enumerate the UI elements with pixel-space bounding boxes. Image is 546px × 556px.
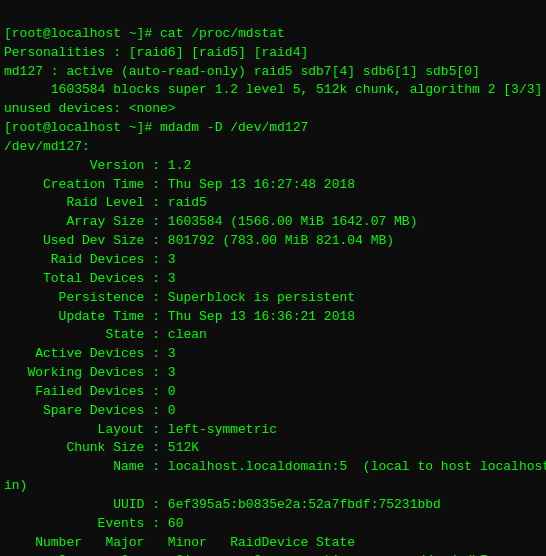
terminal-line: Total Devices : 3	[4, 270, 542, 289]
terminal-line: Active Devices : 3	[4, 345, 542, 364]
terminal-line: Raid Level : raid5	[4, 194, 542, 213]
terminal-line: Creation Time : Thu Sep 13 16:27:48 2018	[4, 176, 542, 195]
terminal-line: /dev/md127:	[4, 138, 542, 157]
terminal-line: Used Dev Size : 801792 (783.00 MiB 821.0…	[4, 232, 542, 251]
terminal-line: Personalities : [raid6] [raid5] [raid4]	[4, 44, 542, 63]
terminal-line: UUID : 6ef395a5:b0835e2a:52a7fbdf:75231b…	[4, 496, 542, 515]
terminal-line: Working Devices : 3	[4, 364, 542, 383]
terminal-line: [root@localhost ~]# mdadm -D /dev/md127	[4, 119, 542, 138]
terminal-line: Version : 1.2	[4, 157, 542, 176]
terminal-line: 0 8 21 0 active sync /dev/sdb5	[4, 552, 542, 556]
terminal-line: Chunk Size : 512K	[4, 439, 542, 458]
terminal-line: Events : 60	[4, 515, 542, 534]
terminal-line: Array Size : 1603584 (1566.00 MiB 1642.0…	[4, 213, 542, 232]
terminal-window[interactable]: [root@localhost ~]# cat /proc/mdstatPers…	[0, 0, 546, 556]
terminal-line: Spare Devices : 0	[4, 402, 542, 421]
terminal-line: [root@localhost ~]# cat /proc/mdstat	[4, 25, 542, 44]
terminal-line: 1603584 blocks super 1.2 level 5, 512k c…	[4, 81, 542, 100]
terminal-line: Failed Devices : 0	[4, 383, 542, 402]
terminal-line: Persistence : Superblock is persistent	[4, 289, 542, 308]
terminal-line: Name : localhost.localdomain:5 (local to…	[4, 458, 542, 477]
terminal-line: Raid Devices : 3	[4, 251, 542, 270]
terminal-line: unused devices: <none>	[4, 100, 542, 119]
terminal-line: State : clean	[4, 326, 542, 345]
terminal-line: Number Major Minor RaidDevice State	[4, 534, 542, 553]
terminal-line: md127 : active (auto-read-only) raid5 sd…	[4, 63, 542, 82]
terminal-line: Update Time : Thu Sep 13 16:36:21 2018	[4, 308, 542, 327]
terminal-line: in)	[4, 477, 542, 496]
terminal-line: Layout : left-symmetric	[4, 421, 542, 440]
